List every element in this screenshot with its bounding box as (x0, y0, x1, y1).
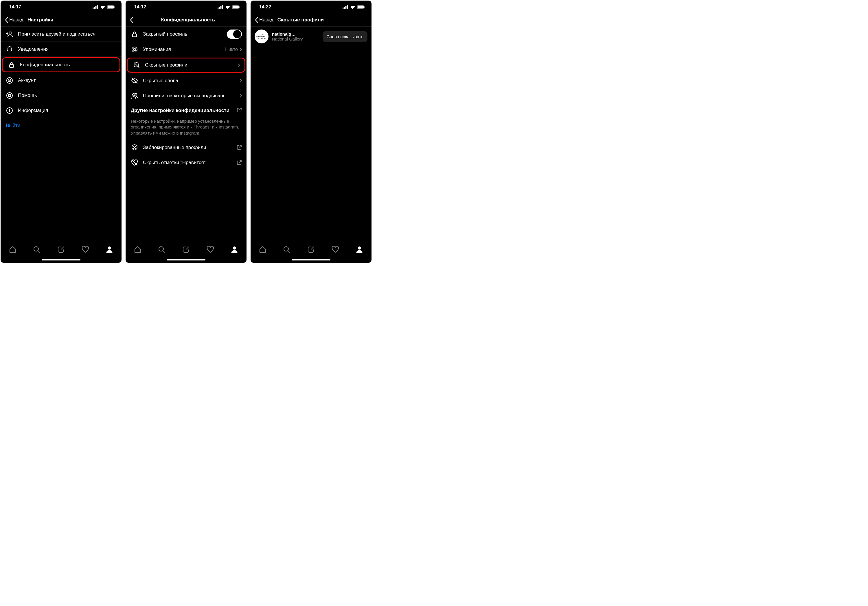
chevron-left-icon (130, 17, 134, 23)
search-icon (33, 245, 41, 254)
svg-rect-19 (220, 6, 221, 9)
row-label: Профили, на которые вы подписаны (143, 93, 235, 99)
eye-off-icon (131, 77, 138, 84)
row-label: Скрытые профили (145, 62, 233, 68)
page-title: Конфиденциальность (130, 17, 246, 23)
home-indicator[interactable] (42, 259, 81, 260)
svg-rect-6 (115, 6, 115, 8)
search-icon (283, 245, 291, 254)
muted-user-row[interactable]: THE NATIONAL GALLERY nationalg… National… (251, 26, 372, 46)
svg-rect-20 (222, 5, 223, 9)
back-button[interactable] (130, 17, 134, 23)
tab-home[interactable] (257, 245, 268, 254)
screen-settings: 14:17 Назад Настройки Пригласить друзей … (1, 1, 121, 263)
row-hidden-words[interactable]: Скрытые слова (126, 73, 246, 88)
page-title: Скрытые профили (277, 17, 324, 23)
row-notifications[interactable]: Уведомления (1, 42, 121, 57)
row-hide-likes[interactable]: Скрыть отметки "Нравится" (126, 155, 246, 170)
external-link-icon (237, 160, 242, 165)
row-help[interactable]: Помощь (1, 88, 121, 103)
back-label: Назад (259, 17, 273, 23)
mentions-value: Никто (225, 47, 238, 52)
compose-icon (182, 245, 190, 254)
tab-compose[interactable] (305, 245, 317, 254)
lock-icon (131, 31, 138, 38)
heart-icon (206, 245, 214, 254)
home-indicator[interactable] (291, 259, 330, 260)
row-following[interactable]: Профили, на которые вы подписаны (126, 88, 246, 103)
row-invite-friends[interactable]: Пригласить друзей и подписаться (1, 26, 121, 42)
svg-rect-18 (219, 7, 220, 9)
tab-search[interactable] (156, 245, 167, 254)
display-name: National Gallery (272, 36, 319, 42)
tab-compose[interactable] (55, 245, 67, 254)
avatar-line: GALLERY (257, 38, 267, 40)
home-icon (259, 245, 267, 254)
profile-icon (230, 245, 239, 254)
nav-header: Конфиденциальность (126, 13, 246, 26)
logout-label: Выйти (6, 122, 117, 129)
svg-rect-2 (96, 6, 96, 9)
row-logout[interactable]: Выйти (1, 118, 121, 133)
svg-rect-0 (93, 8, 93, 9)
status-bar: 14:12 (126, 1, 246, 13)
row-private-profile[interactable]: Закрытый профиль (126, 26, 246, 42)
status-time: 14:12 (134, 4, 146, 9)
svg-point-10 (9, 79, 11, 81)
svg-point-12 (8, 95, 11, 97)
search-icon (158, 245, 166, 254)
tab-profile[interactable] (353, 245, 365, 254)
svg-rect-5 (108, 6, 114, 8)
svg-rect-32 (344, 7, 345, 9)
tab-search[interactable] (281, 245, 293, 254)
svg-rect-31 (343, 8, 343, 9)
row-label: Заблокированные профили (143, 144, 232, 150)
unmute-button[interactable]: Снова показывать (322, 31, 367, 42)
tab-activity[interactable] (330, 245, 341, 254)
screen-privacy: 14:12 Конфиденциальность Закрытый профил… (126, 1, 246, 263)
user-names[interactable]: nationalg… National Gallery (272, 31, 319, 42)
home-icon (9, 245, 17, 254)
back-button[interactable]: Назад (5, 17, 23, 23)
row-privacy[interactable]: Конфиденциальность (2, 57, 120, 72)
bell-off-icon (133, 62, 140, 68)
info-icon (6, 107, 13, 114)
chevron-right-icon (240, 79, 242, 83)
avatar[interactable]: THE NATIONAL GALLERY (254, 29, 268, 43)
screen-muted-profiles: 14:22 Назад Скрытые профили THE NATIONAL… (251, 1, 372, 263)
tab-home[interactable] (132, 245, 144, 254)
tab-profile[interactable] (104, 245, 115, 254)
battery-icon (232, 5, 240, 9)
back-button[interactable]: Назад (254, 17, 273, 23)
block-icon (131, 144, 138, 151)
bell-icon (6, 46, 13, 53)
tab-activity[interactable] (205, 245, 216, 254)
tab-profile[interactable] (229, 245, 240, 254)
private-profile-toggle[interactable] (227, 29, 242, 39)
tab-compose[interactable] (180, 245, 192, 254)
lock-icon (8, 61, 16, 68)
svg-rect-8 (9, 65, 14, 67)
tab-bar (1, 238, 121, 259)
row-blocked[interactable]: Заблокированные профили (126, 140, 246, 155)
section-other-privacy[interactable]: Другие настройки конфиденциальности (126, 103, 246, 118)
status-bar: 14:22 (251, 1, 372, 13)
svg-rect-34 (347, 5, 348, 9)
row-info[interactable]: Информация (1, 103, 121, 118)
row-label: Упоминания (143, 46, 220, 53)
username: nationalg… (272, 31, 319, 36)
row-label: Закрытый профиль (143, 31, 222, 37)
svg-rect-22 (232, 6, 239, 8)
row-muted-profiles[interactable]: Скрытые профили (127, 57, 245, 73)
svg-rect-33 (346, 6, 346, 9)
tab-search[interactable] (31, 245, 43, 254)
svg-rect-36 (358, 6, 364, 8)
tab-activity[interactable] (79, 245, 91, 254)
tab-home[interactable] (7, 245, 19, 254)
home-indicator[interactable] (167, 259, 205, 260)
row-account[interactable]: Аккаунт (1, 73, 121, 88)
muted-list: THE NATIONAL GALLERY nationalg… National… (251, 26, 372, 238)
svg-rect-17 (218, 8, 219, 9)
row-mentions[interactable]: Упоминания Никто (126, 42, 246, 57)
cellular-icon (343, 5, 348, 9)
